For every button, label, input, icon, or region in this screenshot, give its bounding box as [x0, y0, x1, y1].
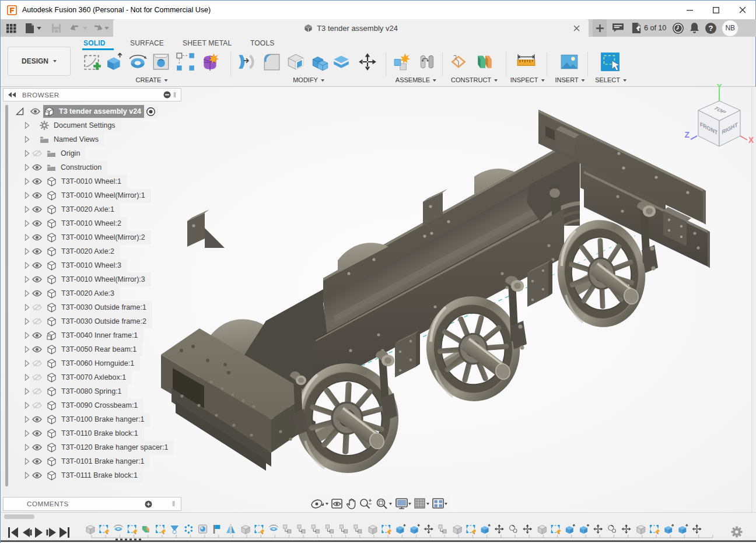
- svg-text:X: X: [748, 135, 754, 145]
- svg-text:Z: Z: [684, 130, 690, 139]
- svg-text:Y: Y: [717, 82, 722, 91]
